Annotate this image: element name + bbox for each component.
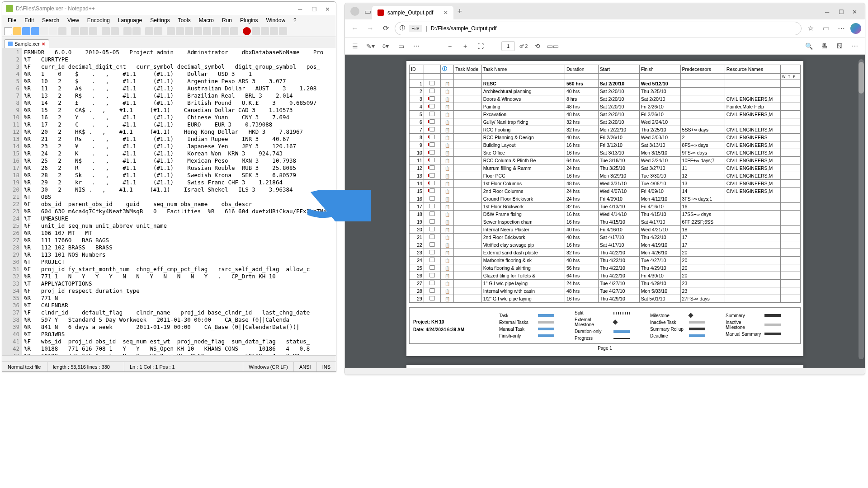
table-row: 1📋RESC560 hrsSat 2/20/10Wed 5/12/10: [410, 80, 801, 88]
zoom-out-icon[interactable]: [154, 27, 162, 35]
maximize-button[interactable]: ☐: [839, 9, 844, 14]
legend-label: Summary Rollup: [650, 327, 686, 332]
zoom-in-icon[interactable]: +: [460, 41, 471, 52]
file-protocol-icon: ⓘ: [400, 24, 405, 32]
wordwrap-icon[interactable]: [167, 27, 175, 35]
print-icon[interactable]: 🖶: [819, 41, 830, 52]
close-tab-icon[interactable]: ✕: [42, 42, 45, 47]
pdf-viewport[interactable]: IDⓘTask ModeTask NameDurationStartFinish…: [345, 55, 865, 368]
show-chars-icon[interactable]: [176, 27, 184, 35]
indent-guide-icon[interactable]: [185, 27, 193, 35]
menu-macro[interactable]: Macro: [195, 16, 217, 24]
legend-label: Task: [499, 313, 535, 318]
pdf-toolbar: ☰ ✎▾ ◊▾ ▭ ⋯ − + ⛶ of 2 ⟲ ▭▭ 🔍 🖶 🖫 ⋯: [345, 38, 865, 55]
minimize-button[interactable]: ─: [825, 9, 830, 14]
url-path: D:/Files/sample_Output.pdf: [431, 25, 496, 32]
tab-title: sample_Output.pdf: [387, 9, 433, 16]
address-bar[interactable]: ⓘ File | D:/Files/sample_Output.pdf: [395, 22, 802, 35]
save-macro-icon[interactable]: [279, 27, 287, 35]
menu-?[interactable]: ?: [290, 16, 300, 24]
more-tools-icon[interactable]: ⋯: [411, 41, 422, 52]
menu-view[interactable]: View: [64, 16, 83, 24]
search-icon[interactable]: 🔍: [803, 41, 814, 52]
close-tab-icon[interactable]: ✕: [443, 9, 448, 16]
file-tab[interactable]: Sample.xer ✕: [4, 39, 49, 48]
table-row: 13📋Floor PCC16 hrsMon 3/29/10Tue 3/30/10…: [410, 172, 801, 180]
fit-page-icon[interactable]: ⛶: [475, 41, 486, 52]
maximize-button[interactable]: ☐: [311, 6, 317, 11]
close-button[interactable]: ✕: [325, 6, 330, 11]
menu-search[interactable]: Search: [38, 16, 63, 24]
replace-icon[interactable]: [132, 27, 141, 35]
run-macro-icon[interactable]: [270, 27, 278, 35]
rotate-icon[interactable]: ⟲: [532, 41, 543, 52]
page-number: Page 1: [409, 344, 801, 352]
find-icon[interactable]: [123, 27, 132, 35]
minimize-button[interactable]: ─: [298, 6, 303, 11]
copilot-button[interactable]: [850, 23, 861, 34]
func-list-icon[interactable]: [212, 27, 220, 35]
legend-swatch: [689, 328, 705, 330]
browser-tab[interactable]: sample_Output.pdf ✕: [372, 6, 453, 19]
profile-icon[interactable]: [350, 7, 359, 16]
redo-icon[interactable]: [111, 27, 119, 35]
pdf-horizontal-scrollbar[interactable]: [345, 368, 865, 375]
menu-button[interactable]: ⋯: [835, 22, 848, 35]
undo-icon[interactable]: [102, 27, 110, 35]
npp-editor[interactable]: 1234567891011121314151617181920212223242…: [2, 48, 336, 355]
paste-icon[interactable]: [89, 27, 97, 35]
menu-settings[interactable]: Settings: [146, 16, 173, 24]
doc-map-icon[interactable]: [203, 27, 211, 35]
pdf-vertical-scrollbar[interactable]: [859, 59, 864, 359]
save-all-icon[interactable]: [31, 27, 39, 35]
page-input[interactable]: [501, 41, 515, 51]
zoom-in-icon[interactable]: [145, 27, 153, 35]
tab-actions-icon[interactable]: ▭: [363, 7, 372, 16]
line-gutter: 1234567891011121314151617181920212223242…: [2, 48, 22, 355]
npp-app-icon: [6, 5, 13, 12]
npp-horizontal-scrollbar[interactable]: [2, 355, 336, 361]
cut-icon[interactable]: [71, 27, 79, 35]
collections-button[interactable]: ▭: [820, 22, 832, 35]
save-icon[interactable]: [22, 27, 30, 35]
erase-icon[interactable]: ▭: [396, 41, 406, 52]
record-macro-icon[interactable]: [243, 27, 251, 35]
copy-icon[interactable]: [80, 27, 88, 35]
open-file-icon[interactable]: [13, 27, 21, 35]
menu-tools[interactable]: Tools: [175, 16, 194, 24]
new-file-icon[interactable]: [4, 27, 12, 35]
close-file-icon[interactable]: [40, 27, 48, 35]
highlight-icon[interactable]: ◊▾: [380, 41, 391, 52]
menu-encoding[interactable]: Encoding: [84, 16, 113, 24]
contents-icon[interactable]: ☰: [349, 41, 360, 52]
monitor-icon[interactable]: [230, 27, 238, 35]
back-button[interactable]: ←: [349, 22, 361, 35]
favorite-button[interactable]: ☆: [804, 22, 817, 35]
menu-plugins[interactable]: Plugins: [236, 16, 261, 24]
menu-edit[interactable]: Edit: [21, 16, 38, 24]
close-all-icon[interactable]: [49, 27, 57, 35]
lang-icon[interactable]: [194, 27, 202, 35]
menu-file[interactable]: File: [4, 16, 20, 24]
folder-icon[interactable]: [221, 27, 229, 35]
refresh-button[interactable]: ⟳: [379, 22, 392, 35]
code-area[interactable]: ERMHDR 6.0.0 2010-05-05 Project admin Ad…: [22, 48, 336, 355]
save-icon[interactable]: 🖫: [834, 41, 845, 52]
print-icon[interactable]: [58, 27, 66, 35]
forward-button[interactable]: →: [364, 22, 377, 35]
play-macro-icon[interactable]: [261, 27, 269, 35]
close-button[interactable]: ✕: [852, 9, 858, 14]
pdf-page-1: IDⓘTask ModeTask NameDurationStartFinish…: [406, 61, 803, 356]
page-view-icon[interactable]: ▭▭: [547, 41, 558, 52]
menu-language[interactable]: Language: [114, 16, 146, 24]
legend-col-1: TaskExternal TasksManual TaskFinish-only: [499, 313, 570, 338]
settings-icon[interactable]: ⋯: [849, 41, 860, 52]
legend-label: Progress: [575, 336, 611, 341]
zoom-out-icon[interactable]: −: [444, 41, 455, 52]
menu-run[interactable]: Run: [218, 16, 236, 24]
new-tab-button[interactable]: +: [453, 5, 466, 18]
draw-icon[interactable]: ✎▾: [365, 41, 376, 52]
menu-window[interactable]: Window: [262, 16, 289, 24]
table-row: 15📋2nd Floor Columns24 hrsWed 4/07/10Fri…: [410, 188, 801, 195]
stop-macro-icon[interactable]: [252, 27, 260, 35]
